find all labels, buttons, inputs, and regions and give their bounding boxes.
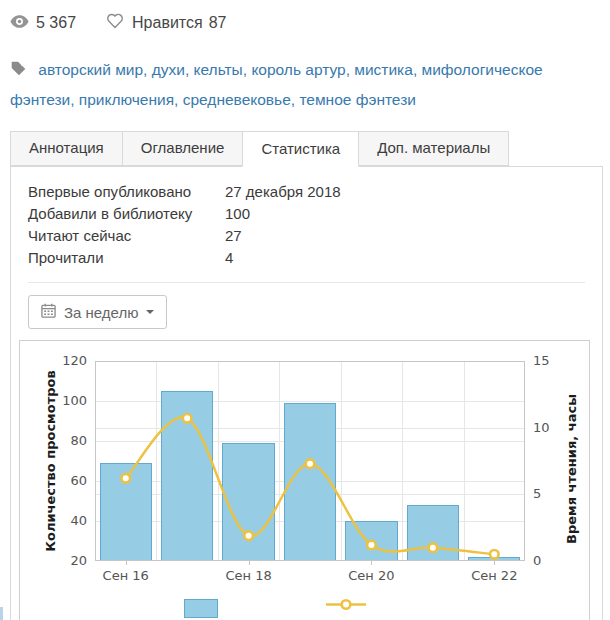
stat-label: Читают сейчас (28, 225, 225, 247)
x-tick-label: Сен 20 (341, 568, 402, 583)
tag-link[interactable]: кельты (194, 61, 243, 78)
left-tick-label: 20 (20, 553, 87, 568)
right-axis-title: Время чтения, часы (564, 394, 579, 544)
views-count: 5 367 (36, 14, 76, 32)
tags-block: авторский мир, духи, кельты, король арту… (0, 33, 610, 114)
x-tick-mark (371, 561, 372, 565)
calendar-icon (41, 303, 56, 321)
tag-link[interactable]: король артур (251, 61, 345, 78)
tag-link[interactable]: авторский мир (38, 61, 143, 78)
chevron-down-icon (146, 310, 154, 314)
stat-label: Добавили в библиотеку (28, 203, 225, 225)
legend-line-swatch (326, 596, 366, 613)
stat-value: 27 декабря 2018 (225, 181, 585, 203)
bar (284, 403, 336, 561)
heart-icon (106, 12, 124, 33)
divider (28, 282, 585, 283)
stat-label: Прочитали (28, 247, 225, 269)
likes-label: Нравится (132, 14, 203, 32)
v-gridline (279, 361, 280, 561)
tabs: АннотацияОглавлениеСтатистикаДоп. матери… (10, 131, 603, 166)
stat-row: Читают сейчас27 (28, 225, 585, 247)
likes-count: 87 (209, 14, 227, 32)
h-gridline (95, 401, 525, 402)
tab-1[interactable]: Оглавление (122, 131, 244, 166)
tag-link[interactable]: духи (152, 61, 185, 78)
v-gridline (218, 361, 219, 561)
tab-3[interactable]: Доп. материалы (358, 131, 509, 166)
left-edge-artifact (0, 607, 3, 620)
like-button[interactable]: Нравится 87 (106, 12, 226, 33)
right-tick-label: 0 (533, 553, 541, 568)
tag-links: авторский мир, духи, кельты, король арту… (10, 61, 543, 108)
bar (345, 521, 397, 561)
x-tick-mark (494, 561, 495, 565)
bar (407, 505, 459, 561)
v-gridline (156, 361, 157, 561)
tag-link[interactable]: темное фэнтези (299, 91, 416, 108)
tab-2[interactable]: Статистика (242, 131, 359, 167)
views-icon (10, 14, 29, 32)
tag-icon (10, 63, 31, 80)
stat-value: 100 (225, 203, 585, 225)
tag-link[interactable]: мистика (354, 61, 413, 78)
stats-table: Впервые опубликовано27 декабря 2018Добав… (28, 181, 585, 269)
period-label: За неделю (64, 304, 138, 321)
tag-link[interactable]: средневековье (183, 91, 291, 108)
period-dropdown[interactable]: За неделю (28, 295, 167, 329)
x-tick-label: Сен 22 (464, 568, 525, 583)
left-tick-label: 120 (20, 353, 87, 368)
stat-row: Добавили в библиотеку100 (28, 203, 585, 225)
engagement-bar: 5 367 Нравится 87 (0, 0, 610, 33)
bar (161, 391, 213, 561)
tab-0[interactable]: Аннотация (10, 131, 123, 166)
x-tick-mark (249, 561, 250, 565)
stat-value: 4 (225, 247, 585, 269)
statistics-panel: Впервые опубликовано27 декабря 2018Добав… (10, 166, 603, 620)
stat-row: Прочитали4 (28, 247, 585, 269)
left-axis-title: Количество просмотров (43, 370, 58, 551)
tag-link[interactable]: приключения (79, 91, 174, 108)
v-gridline (341, 361, 342, 561)
right-tick-label: 15 (533, 353, 550, 368)
v-gridline (402, 361, 403, 561)
stat-value: 27 (225, 225, 585, 247)
x-tick-label: Сен 18 (218, 568, 279, 583)
x-tick-label: Сен 16 (95, 568, 156, 583)
legend-bar-swatch (184, 599, 218, 618)
x-tick-mark (126, 561, 127, 565)
bar (100, 463, 152, 561)
v-gridline (464, 361, 465, 561)
stat-row: Впервые опубликовано27 декабря 2018 (28, 181, 585, 203)
bar (222, 443, 274, 561)
stat-label: Впервые опубликовано (28, 181, 225, 203)
right-tick-label: 10 (533, 420, 550, 435)
chart: 20406080100120051015Сен 16Сен 18Сен 20Се… (19, 340, 590, 620)
right-tick-label: 5 (533, 486, 541, 501)
